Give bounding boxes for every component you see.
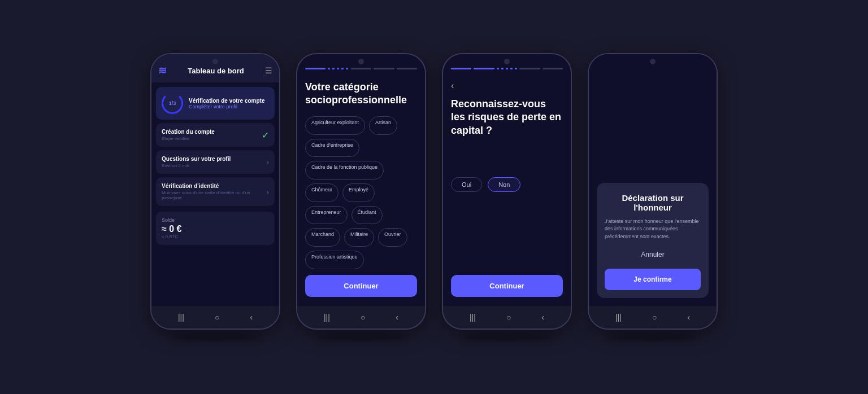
- nav-back-icon-4: ‹: [687, 313, 690, 322]
- dialog-title: Déclaration sur l'honneur: [605, 193, 701, 212]
- phone-1-screen: ≋ Tableau de bord ☰ 1/3 Vérification de …: [151, 54, 279, 306]
- phone-4-shadow: [607, 334, 698, 341]
- chip-etudiant[interactable]: Étudiant: [351, 206, 383, 225]
- phone-3-screen: ‹ Reconnaissez-vous les risques de perte…: [443, 54, 571, 306]
- phone-1-nav: ||| ○ ‹: [151, 306, 279, 329]
- phone-2-notch: [358, 59, 364, 64]
- chip-agriculteur[interactable]: Agriculteur exploitant: [305, 116, 365, 135]
- phone-2-shadow: [316, 334, 406, 341]
- page-title: Tableau de bord: [188, 67, 244, 75]
- phone-3-frame: ‹ Reconnaissez-vous les risques de perte…: [442, 53, 572, 330]
- progress-3-seg-2: [474, 68, 494, 69]
- progress-seg-4: [374, 68, 394, 69]
- balance-amount: ≈ 0 €: [162, 224, 269, 234]
- progress-3-seg-4: [519, 68, 540, 69]
- questions-subtitle: Environ 2 min: [162, 163, 231, 168]
- nav-home-icon-3: ○: [506, 313, 511, 322]
- risk-title: Reconnaissez-vous les risques de perte e…: [451, 98, 563, 164]
- declaration-dialog: Déclaration sur l'honneur J'atteste sur …: [597, 183, 709, 299]
- phone-3-notch: [504, 59, 510, 64]
- chip-cadre-entreprise[interactable]: Cadre d'entreprise: [305, 139, 359, 157]
- no-button[interactable]: Non: [488, 177, 520, 192]
- phone-4-notch: [650, 59, 656, 64]
- confirm-button[interactable]: Je confirme: [605, 269, 701, 290]
- chip-entrepreneur[interactable]: Entrepreneur: [305, 206, 348, 225]
- nav-back-icon-3: ‹: [541, 313, 544, 322]
- nav-back-icon: ‹: [250, 313, 253, 322]
- progress-seg-5: [397, 68, 417, 69]
- identity-subtitle: Munissez vous d'une carte d'identité ou …: [162, 190, 266, 200]
- chip-employe[interactable]: Employé: [342, 183, 375, 202]
- chips-container: Agriculteur exploitant Artisan Cadre d'e…: [305, 116, 417, 269]
- phone-2-content: Votre catégorie socioprofessionnelle Agr…: [297, 54, 425, 306]
- phone-2: Votre catégorie socioprofessionnelle Agr…: [296, 53, 426, 341]
- identity-arrow-icon: ›: [266, 187, 269, 196]
- menu-icon[interactable]: ☰: [265, 66, 272, 75]
- arrow-icon: ›: [266, 157, 269, 167]
- balance-card: Solde ≈ 0 € ≈ 0 BTC: [156, 212, 275, 245]
- phone-4-content: Déclaration sur l'honneur J'atteste sur …: [589, 54, 717, 306]
- nav-lines-icon-3: |||: [470, 313, 476, 322]
- progress-circle: 1/3: [162, 93, 183, 114]
- app-logo: ≋: [158, 64, 167, 77]
- questions-item[interactable]: Questions sur votre profil Environ 2 min…: [156, 150, 275, 174]
- phone-4-screen: Déclaration sur l'honneur J'atteste sur …: [589, 54, 717, 306]
- progress-3-seg-1: [451, 68, 471, 69]
- progress-3-seg-5: [542, 68, 563, 69]
- phone-3-nav: ||| ○ ‹: [443, 306, 571, 329]
- chip-militaire[interactable]: Militaire: [344, 228, 374, 247]
- back-arrow[interactable]: ‹: [451, 81, 563, 91]
- progress-bar-3: [451, 68, 563, 69]
- phone-2-frame: Votre catégorie socioprofessionnelle Agr…: [296, 53, 426, 330]
- chip-cadre-fonction[interactable]: Cadre de la fonction publique: [305, 161, 384, 180]
- progress-3-seg-3: [497, 68, 517, 69]
- verification-subtitle: Compléter votre profil: [189, 104, 264, 110]
- nav-home-icon-2: ○: [361, 313, 365, 322]
- chip-profession-artistique[interactable]: Profession artistique: [305, 251, 364, 269]
- creation-info: Création du compte Étape validée: [162, 129, 215, 141]
- phone-1-shadow: [170, 334, 261, 341]
- progress-fraction: 1/3: [169, 100, 176, 106]
- identity-item[interactable]: Vérification d'identité Munissez vous d'…: [156, 177, 275, 206]
- phone-3: ‹ Reconnaissez-vous les risques de perte…: [442, 53, 572, 341]
- chip-ouvrier[interactable]: Ouvrier: [378, 228, 407, 247]
- yes-button[interactable]: Oui: [451, 177, 482, 192]
- phone-1-frame: ≋ Tableau de bord ☰ 1/3 Vérification de …: [150, 53, 280, 330]
- continue-button[interactable]: Continuer: [305, 275, 417, 297]
- nav-back-icon-2: ‹: [396, 313, 398, 322]
- identity-title: Vérification d'identité: [162, 183, 266, 189]
- phone-1-content: 1/3 Vérification de votre compte Complét…: [151, 82, 279, 306]
- nav-home-icon-4: ○: [652, 313, 657, 322]
- dialog-backdrop: [589, 54, 717, 149]
- balance-label: Solde: [162, 217, 269, 223]
- nav-lines-icon-4: |||: [615, 313, 622, 322]
- nav-lines-icon: |||: [178, 313, 184, 322]
- phone-2-nav: ||| ○ ‹: [297, 306, 425, 329]
- creation-item: Création du compte Étape validée ✓: [156, 123, 275, 147]
- nav-home-icon: ○: [215, 313, 219, 322]
- progress-seg-2: [328, 68, 348, 69]
- balance-btc: ≈ 0 BTC: [162, 234, 269, 239]
- progress-bar: [305, 68, 417, 69]
- phone-4-frame: Déclaration sur l'honneur J'atteste sur …: [588, 53, 718, 330]
- verification-card[interactable]: 1/3 Vérification de votre compte Complét…: [156, 87, 275, 120]
- nav-lines-icon-2: |||: [324, 313, 330, 322]
- phone-2-screen: Votre catégorie socioprofessionnelle Agr…: [297, 54, 425, 306]
- questions-title: Questions sur votre profil: [162, 156, 231, 162]
- creation-subtitle: Étape validée: [162, 136, 215, 141]
- progress-seg-1: [305, 68, 326, 69]
- chip-artisan[interactable]: Artisan: [369, 116, 397, 135]
- phone-1-notch: [212, 59, 218, 64]
- phone-3-content: ‹ Reconnaissez-vous les risques de perte…: [443, 54, 571, 306]
- phone-4: Déclaration sur l'honneur J'atteste sur …: [588, 53, 718, 341]
- chip-marchand[interactable]: Marchand: [305, 228, 340, 247]
- risk-continue-button[interactable]: Continuer: [451, 275, 563, 297]
- creation-title: Création du compte: [162, 129, 215, 135]
- cancel-button[interactable]: Annuler: [605, 246, 701, 263]
- check-icon: ✓: [262, 130, 269, 141]
- dialog-text: J'atteste sur mon honneur que l'ensemble…: [605, 218, 701, 241]
- phone-1: ≋ Tableau de bord ☰ 1/3 Vérification de …: [150, 53, 280, 341]
- chip-chomeur[interactable]: Chômeur: [305, 183, 338, 202]
- phone-4-nav: ||| ○ ‹: [589, 306, 717, 329]
- verification-info: Vérification de votre compte Compléter v…: [189, 98, 264, 110]
